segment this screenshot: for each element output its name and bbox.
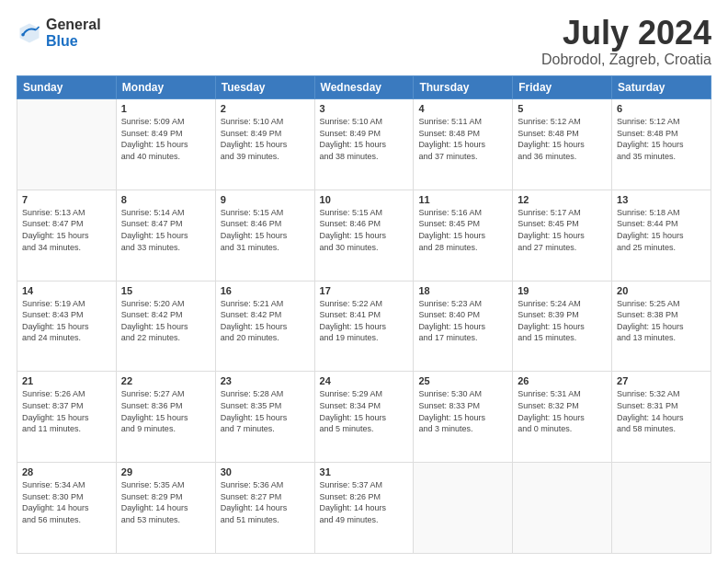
title-area: July 2024 Dobrodol, Zagreb, Croatia <box>541 17 711 68</box>
cell-info: Sunrise: 5:18 AMSunset: 8:44 PMDaylight:… <box>617 207 706 253</box>
cell-info: Sunrise: 5:35 AMSunset: 8:29 PMDaylight:… <box>121 479 210 525</box>
page: General Blue July 2024 Dobrodol, Zagreb,… <box>0 0 728 563</box>
table-row: 5Sunrise: 5:12 AMSunset: 8:48 PMDaylight… <box>513 99 612 190</box>
svg-point-1 <box>21 33 25 37</box>
table-row: 19Sunrise: 5:24 AMSunset: 8:39 PMDayligh… <box>513 281 612 372</box>
col-tuesday: Tuesday <box>215 76 314 99</box>
table-row: 4Sunrise: 5:11 AMSunset: 8:48 PMDaylight… <box>414 99 513 190</box>
day-number: 21 <box>22 375 111 386</box>
cell-info: Sunrise: 5:31 AMSunset: 8:32 PMDaylight:… <box>518 388 607 434</box>
cell-info: Sunrise: 5:23 AMSunset: 8:40 PMDaylight:… <box>418 298 507 344</box>
col-monday: Monday <box>116 76 215 99</box>
table-row <box>612 463 711 554</box>
cell-info: Sunrise: 5:36 AMSunset: 8:27 PMDaylight:… <box>221 479 310 525</box>
table-row: 26Sunrise: 5:31 AMSunset: 8:32 PMDayligh… <box>513 372 612 463</box>
table-row: 7Sunrise: 5:13 AMSunset: 8:47 PMDaylight… <box>17 190 117 281</box>
day-number: 14 <box>22 285 111 296</box>
cell-info: Sunrise: 5:10 AMSunset: 8:49 PMDaylight:… <box>320 116 409 162</box>
day-number: 18 <box>418 285 507 296</box>
cell-info: Sunrise: 5:19 AMSunset: 8:43 PMDaylight:… <box>22 298 111 344</box>
table-row: 15Sunrise: 5:20 AMSunset: 8:42 PMDayligh… <box>116 281 215 372</box>
cell-info: Sunrise: 5:12 AMSunset: 8:48 PMDaylight:… <box>617 116 706 162</box>
day-number: 16 <box>221 285 310 296</box>
day-number: 17 <box>320 285 409 296</box>
table-row: 11Sunrise: 5:16 AMSunset: 8:45 PMDayligh… <box>414 190 513 281</box>
day-number: 2 <box>221 103 310 114</box>
table-row <box>414 463 513 554</box>
table-row: 8Sunrise: 5:14 AMSunset: 8:47 PMDaylight… <box>116 190 215 281</box>
title-month: July 2024 <box>541 17 711 50</box>
col-friday: Friday <box>513 76 612 99</box>
cell-info: Sunrise: 5:15 AMSunset: 8:46 PMDaylight:… <box>320 207 409 253</box>
cell-info: Sunrise: 5:21 AMSunset: 8:42 PMDaylight:… <box>221 298 310 344</box>
calendar-week-4: 21Sunrise: 5:26 AMSunset: 8:37 PMDayligh… <box>17 372 711 463</box>
table-row: 20Sunrise: 5:25 AMSunset: 8:38 PMDayligh… <box>612 281 711 372</box>
day-number: 20 <box>617 285 706 296</box>
cell-info: Sunrise: 5:12 AMSunset: 8:48 PMDaylight:… <box>518 116 607 162</box>
cell-info: Sunrise: 5:11 AMSunset: 8:48 PMDaylight:… <box>418 116 507 162</box>
table-row: 21Sunrise: 5:26 AMSunset: 8:37 PMDayligh… <box>17 372 117 463</box>
logo-general-text: General <box>46 17 101 33</box>
table-row: 6Sunrise: 5:12 AMSunset: 8:48 PMDaylight… <box>612 99 711 190</box>
day-number: 11 <box>418 194 507 205</box>
logo: General Blue <box>17 17 101 49</box>
table-row: 30Sunrise: 5:36 AMSunset: 8:27 PMDayligh… <box>215 463 314 554</box>
day-number: 22 <box>121 375 210 386</box>
table-row: 17Sunrise: 5:22 AMSunset: 8:41 PMDayligh… <box>314 281 414 372</box>
day-number: 24 <box>320 375 409 386</box>
header: General Blue July 2024 Dobrodol, Zagreb,… <box>17 17 711 68</box>
table-row <box>513 463 612 554</box>
cell-info: Sunrise: 5:29 AMSunset: 8:34 PMDaylight:… <box>320 388 409 434</box>
col-wednesday: Wednesday <box>314 76 414 99</box>
cell-info: Sunrise: 5:30 AMSunset: 8:33 PMDaylight:… <box>418 388 507 434</box>
day-number: 28 <box>22 466 111 477</box>
cell-info: Sunrise: 5:26 AMSunset: 8:37 PMDaylight:… <box>22 388 111 434</box>
day-number: 13 <box>617 194 706 205</box>
cell-info: Sunrise: 5:09 AMSunset: 8:49 PMDaylight:… <box>121 116 210 162</box>
table-row: 12Sunrise: 5:17 AMSunset: 8:45 PMDayligh… <box>513 190 612 281</box>
title-location: Dobrodol, Zagreb, Croatia <box>541 52 711 68</box>
day-number: 9 <box>221 194 310 205</box>
table-row: 25Sunrise: 5:30 AMSunset: 8:33 PMDayligh… <box>414 372 513 463</box>
logo-text: General Blue <box>46 17 101 49</box>
day-number: 5 <box>518 103 607 114</box>
table-row: 23Sunrise: 5:28 AMSunset: 8:35 PMDayligh… <box>215 372 314 463</box>
table-row: 31Sunrise: 5:37 AMSunset: 8:26 PMDayligh… <box>314 463 414 554</box>
cell-info: Sunrise: 5:20 AMSunset: 8:42 PMDaylight:… <box>121 298 210 344</box>
cell-info: Sunrise: 5:37 AMSunset: 8:26 PMDaylight:… <box>320 479 409 525</box>
cell-info: Sunrise: 5:27 AMSunset: 8:36 PMDaylight:… <box>121 388 210 434</box>
table-row: 28Sunrise: 5:34 AMSunset: 8:30 PMDayligh… <box>17 463 117 554</box>
calendar-week-5: 28Sunrise: 5:34 AMSunset: 8:30 PMDayligh… <box>17 463 711 554</box>
table-row: 18Sunrise: 5:23 AMSunset: 8:40 PMDayligh… <box>414 281 513 372</box>
cell-info: Sunrise: 5:22 AMSunset: 8:41 PMDaylight:… <box>320 298 409 344</box>
cell-info: Sunrise: 5:34 AMSunset: 8:30 PMDaylight:… <box>22 479 111 525</box>
cell-info: Sunrise: 5:25 AMSunset: 8:38 PMDaylight:… <box>617 298 706 344</box>
calendar-week-2: 7Sunrise: 5:13 AMSunset: 8:47 PMDaylight… <box>17 190 711 281</box>
cell-info: Sunrise: 5:16 AMSunset: 8:45 PMDaylight:… <box>418 207 507 253</box>
day-number: 30 <box>221 466 310 477</box>
day-number: 19 <box>518 285 607 296</box>
cell-info: Sunrise: 5:24 AMSunset: 8:39 PMDaylight:… <box>518 298 607 344</box>
day-number: 7 <box>22 194 111 205</box>
svg-marker-0 <box>20 23 40 42</box>
col-sunday: Sunday <box>17 76 117 99</box>
calendar-week-1: 1Sunrise: 5:09 AMSunset: 8:49 PMDaylight… <box>17 99 711 190</box>
table-row: 24Sunrise: 5:29 AMSunset: 8:34 PMDayligh… <box>314 372 414 463</box>
table-row <box>17 99 117 190</box>
table-row: 14Sunrise: 5:19 AMSunset: 8:43 PMDayligh… <box>17 281 117 372</box>
day-number: 25 <box>418 375 507 386</box>
cell-info: Sunrise: 5:10 AMSunset: 8:49 PMDaylight:… <box>221 116 310 162</box>
table-row: 13Sunrise: 5:18 AMSunset: 8:44 PMDayligh… <box>612 190 711 281</box>
day-number: 4 <box>418 103 507 114</box>
day-number: 26 <box>518 375 607 386</box>
table-row: 16Sunrise: 5:21 AMSunset: 8:42 PMDayligh… <box>215 281 314 372</box>
day-number: 1 <box>121 103 210 114</box>
cell-info: Sunrise: 5:28 AMSunset: 8:35 PMDaylight:… <box>221 388 310 434</box>
cell-info: Sunrise: 5:32 AMSunset: 8:31 PMDaylight:… <box>617 388 706 434</box>
day-number: 31 <box>320 466 409 477</box>
day-number: 10 <box>320 194 409 205</box>
table-row: 27Sunrise: 5:32 AMSunset: 8:31 PMDayligh… <box>612 372 711 463</box>
table-row: 29Sunrise: 5:35 AMSunset: 8:29 PMDayligh… <box>116 463 215 554</box>
day-number: 27 <box>617 375 706 386</box>
cell-info: Sunrise: 5:15 AMSunset: 8:46 PMDaylight:… <box>221 207 310 253</box>
